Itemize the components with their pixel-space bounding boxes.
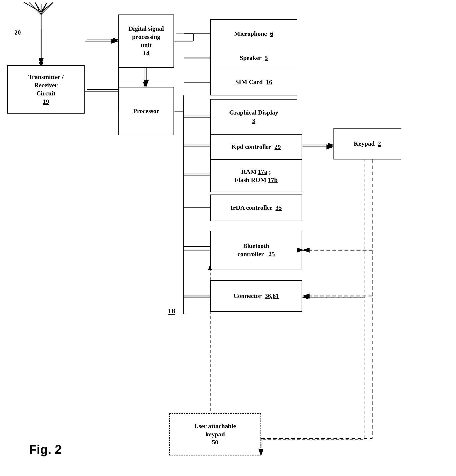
- user-keypad-id: 50: [212, 439, 218, 446]
- dsp-box: Digital signalprocessingunit 14: [118, 15, 174, 68]
- svg-line-4: [29, 2, 41, 15]
- transmitter-box: Transmitter / Receiver Circuit 19: [7, 65, 85, 114]
- bluetooth-id: 25: [268, 251, 275, 258]
- svg-line-6: [41, 2, 47, 15]
- irda-label: IrDA controller: [231, 204, 275, 212]
- graphical-display-label: Graphical Display: [229, 109, 278, 116]
- keypad-id: 2: [378, 140, 381, 148]
- kpd-label: Kpd controller: [232, 143, 274, 151]
- ram-id: 17a: [258, 168, 267, 175]
- connector-box: Connector 36,61: [210, 280, 302, 312]
- speaker-id: 5: [265, 54, 268, 62]
- svg-line-39: [41, 2, 47, 12]
- transmitter-label: Transmitter / Receiver Circuit: [28, 73, 64, 97]
- dsp-id: 14: [143, 50, 149, 57]
- user-keypad-label: User attachablekeypad: [194, 423, 236, 438]
- microphone-id: 6: [270, 30, 273, 38]
- speaker-label: Speaker: [240, 54, 265, 62]
- keypad-label: Keypad: [354, 140, 378, 148]
- antenna-label-20: 20 —: [15, 29, 29, 36]
- simcard-id: 16: [266, 78, 272, 86]
- processor-label: Processor: [133, 107, 159, 115]
- svg-line-7: [41, 2, 53, 15]
- figure-label: Fig. 2: [29, 442, 62, 457]
- svg-line-37: [24, 2, 41, 12]
- connector-label: Connector: [233, 292, 265, 300]
- simcard-box: SIM Card 16: [210, 69, 297, 95]
- graphical-display-box: Graphical Display 3: [210, 99, 297, 134]
- bus-label: 18: [168, 307, 175, 315]
- microphone-label: Microphone: [234, 30, 270, 38]
- kpd-controller-box: Kpd controller 29: [210, 134, 302, 160]
- svg-line-38: [35, 2, 41, 12]
- dsp-label: Digital signalprocessingunit: [129, 25, 164, 49]
- irda-box: IrDA controller 35: [210, 195, 302, 221]
- svg-line-40: [41, 2, 53, 12]
- keypad-box: Keypad 2: [334, 128, 401, 160]
- diagram: 20 — Transmitter / Receiver Circuit 19 D…: [0, 0, 456, 476]
- graphical-display-id: 3: [252, 117, 255, 124]
- bluetooth-label: Bluetoothcontroller: [238, 242, 269, 258]
- rom-label: Flash ROM: [235, 176, 268, 183]
- transmitter-id: 19: [43, 98, 49, 105]
- svg-line-5: [35, 2, 41, 15]
- kpd-id: 29: [275, 143, 281, 151]
- speaker-box: Speaker 5: [210, 45, 297, 71]
- irda-id: 35: [275, 204, 282, 212]
- user-keypad-box: User attachablekeypad 50: [169, 413, 261, 455]
- ram-label: RAM: [241, 168, 258, 175]
- microphone-box: Microphone 6: [210, 19, 297, 48]
- rom-id: 17b: [268, 176, 277, 183]
- ram-rom-box: RAM 17a ; Flash ROM 17b: [210, 160, 302, 192]
- bluetooth-box: Bluetoothcontroller 25: [210, 231, 302, 269]
- processor-box: Processor: [118, 87, 174, 135]
- simcard-label: SIM Card: [235, 78, 266, 86]
- connector-id: 36,61: [265, 292, 279, 300]
